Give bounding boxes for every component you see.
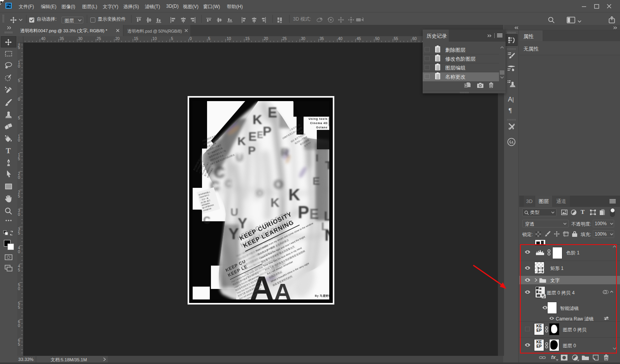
svg-text:E: E (248, 130, 256, 144)
svg-text:O: O (274, 177, 283, 191)
svg-text:E: E (313, 175, 320, 187)
svg-text:K: K (288, 186, 300, 204)
svg-text:By 马鹿野郎: By 马鹿野郎 (315, 294, 332, 298)
svg-text:E: E (309, 206, 319, 222)
svg-text:L: L (321, 220, 328, 233)
svg-text:K: K (270, 196, 279, 210)
svg-text:C: C (203, 214, 211, 226)
svg-text:P: P (298, 203, 309, 222)
svg-text:P: P (248, 144, 256, 157)
svg-text:C: C (225, 178, 232, 189)
svg-text:U: U (236, 152, 243, 163)
svg-text:Octane: Octane (316, 126, 328, 129)
svg-text:P: P (263, 124, 272, 138)
svg-text:E: E (257, 130, 263, 140)
svg-text:Y: Y (228, 225, 239, 242)
svg-text:Y: Y (238, 215, 247, 231)
svg-text:O: O (256, 188, 263, 198)
svg-text:K: K (237, 135, 246, 147)
svg-text:Using tools: Using tools (309, 117, 328, 121)
svg-text:U: U (230, 206, 238, 218)
svg-text:E: E (268, 105, 277, 121)
svg-text:I: I (316, 152, 318, 164)
svg-text:Cinema 4D: Cinema 4D (310, 122, 328, 124)
svg-text:R: R (281, 146, 289, 159)
svg-text:K: K (253, 112, 262, 127)
